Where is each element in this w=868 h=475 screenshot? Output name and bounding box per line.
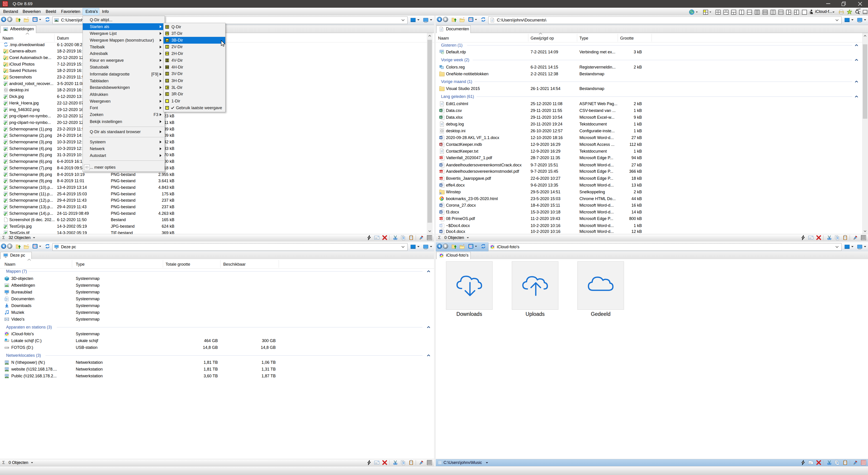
- svg-text:PDF: PDF: [439, 170, 443, 172]
- svg-text:A: A: [440, 143, 442, 146]
- svg-text:*: *: [166, 106, 167, 109]
- svg-text:PDF: PDF: [439, 218, 443, 220]
- svg-text:W: W: [440, 230, 442, 233]
- svg-text:W: W: [440, 224, 442, 227]
- svg-text:W: W: [440, 204, 442, 207]
- svg-text:W: W: [440, 164, 442, 166]
- svg-text:X: X: [440, 109, 442, 112]
- svg-text:W: W: [440, 136, 442, 139]
- svg-text:W: W: [440, 184, 442, 187]
- svg-text:PDF: PDF: [439, 178, 443, 180]
- svg-text:X: X: [440, 116, 442, 119]
- svg-text:PDF: PDF: [439, 157, 443, 159]
- svg-text:inet: inet: [809, 13, 811, 14]
- svg-text:W: W: [440, 211, 442, 214]
